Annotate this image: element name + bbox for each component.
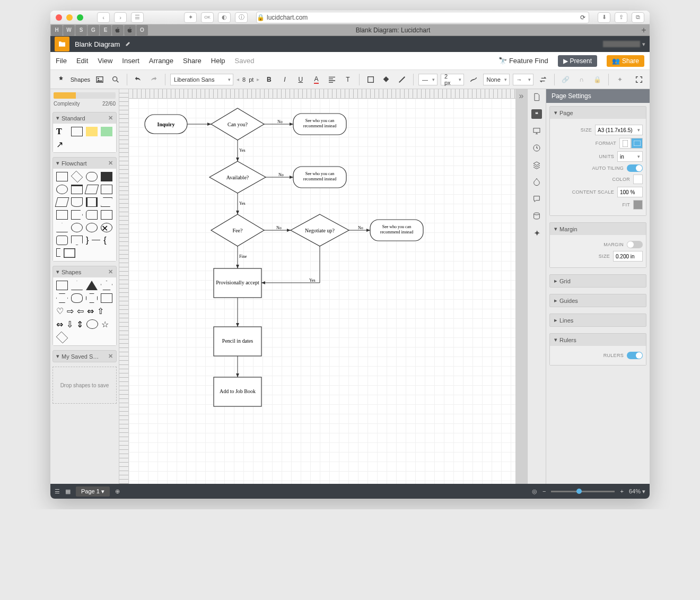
share-button[interactable]: 👥Share bbox=[607, 55, 644, 67]
mac-close[interactable] bbox=[56, 14, 62, 21]
shape-s-7[interactable] bbox=[101, 293, 112, 303]
ext-3[interactable]: ◐ bbox=[218, 12, 231, 23]
page-color[interactable] bbox=[633, 175, 643, 184]
shape-s-star[interactable]: ☆ bbox=[101, 319, 109, 329]
section-rulers-header[interactable]: ▾ Rulers bbox=[550, 334, 646, 346]
line-width-select[interactable]: 2 px bbox=[441, 74, 464, 85]
shape-s-diamond[interactable] bbox=[56, 332, 68, 344]
shape-fc-15[interactable] bbox=[86, 210, 98, 220]
arrow-end-select[interactable]: → bbox=[513, 74, 534, 85]
bold-icon[interactable]: B bbox=[262, 73, 275, 86]
section-margin-header[interactable]: ▾ Margin bbox=[550, 223, 646, 235]
theme-icon[interactable] bbox=[532, 177, 541, 187]
shape-s-rect[interactable] bbox=[56, 281, 68, 290]
shape-fc-24[interactable] bbox=[92, 240, 100, 245]
margin-toggle[interactable] bbox=[627, 241, 643, 248]
shape-fc-2[interactable] bbox=[71, 171, 83, 183]
arrow-start-select[interactable]: None bbox=[483, 74, 510, 85]
undo-icon[interactable] bbox=[132, 73, 145, 86]
menu-view[interactable]: View bbox=[98, 57, 112, 65]
shape-s-pent[interactable] bbox=[101, 281, 112, 290]
menu-file[interactable]: File bbox=[56, 57, 67, 65]
ext-2[interactable]: OK bbox=[201, 12, 214, 23]
rulers-toggle[interactable] bbox=[627, 352, 643, 359]
group-standard-header[interactable]: ▾ Standard✕ bbox=[53, 112, 116, 124]
shape-rect[interactable] bbox=[71, 127, 83, 136]
shape-s-oct[interactable] bbox=[71, 293, 83, 303]
shape-fc-19[interactable] bbox=[86, 223, 98, 232]
content-scale-input[interactable] bbox=[617, 187, 643, 197]
add-page-icon[interactable]: ⊕ bbox=[115, 488, 120, 495]
menu-insert[interactable]: Insert bbox=[122, 57, 139, 65]
fav-s[interactable]: S bbox=[75, 25, 87, 36]
shape-fc-9[interactable] bbox=[55, 197, 69, 207]
shape-s-circ[interactable] bbox=[86, 319, 98, 329]
shape-s-arrl[interactable]: ⇦ bbox=[77, 306, 84, 316]
doc-name[interactable]: Blank Diagram bbox=[75, 40, 120, 48]
group-saved-header[interactable]: ▾ My Saved S…✕ bbox=[53, 351, 116, 362]
target-icon[interactable]: ◎ bbox=[532, 488, 537, 495]
shape-s-rtri[interactable] bbox=[86, 281, 98, 290]
history-icon[interactable] bbox=[532, 143, 541, 153]
feature-find[interactable]: 🔭Feature Find bbox=[498, 57, 548, 65]
section-lines-header[interactable]: ▸ Lines bbox=[550, 314, 646, 326]
text-vert-icon[interactable]: T bbox=[342, 73, 354, 86]
shape-fc-14[interactable] bbox=[71, 210, 83, 220]
shape-fc-1[interactable] bbox=[56, 172, 68, 181]
lock-icon[interactable]: 🔒 bbox=[591, 73, 604, 86]
page-size-select[interactable]: A3 (11.7x16.5) bbox=[595, 125, 643, 135]
shape-fc-11[interactable] bbox=[86, 197, 98, 207]
section-page-header[interactable]: ▾ Page bbox=[550, 107, 646, 119]
line-color-icon[interactable] bbox=[396, 73, 408, 86]
underline-icon[interactable]: U bbox=[294, 73, 307, 86]
shape-s-arrd[interactable]: ⇩ bbox=[66, 319, 73, 329]
fav-apple-2[interactable] bbox=[124, 25, 136, 36]
units-select[interactable]: in bbox=[617, 151, 643, 162]
search-icon[interactable] bbox=[109, 73, 122, 86]
shape-fc-23[interactable]: } bbox=[86, 236, 89, 245]
fav-h[interactable]: H bbox=[51, 25, 63, 36]
browser-tab-title[interactable]: Blank Diagram: Lucidchart bbox=[148, 27, 638, 34]
shape-s-arru[interactable]: ⇧ bbox=[97, 306, 104, 316]
fav-o[interactable]: O bbox=[136, 25, 148, 36]
canvas[interactable]: Inquiry Can you? See who you can recomme… bbox=[129, 99, 515, 484]
portrait-btn[interactable] bbox=[619, 138, 631, 149]
share-icon[interactable]: ⇪ bbox=[615, 12, 627, 23]
shape-fc-8[interactable] bbox=[101, 185, 112, 194]
menu-edit[interactable]: Edit bbox=[76, 57, 88, 65]
image-icon[interactable] bbox=[93, 73, 106, 86]
tabs-icon[interactable]: ⧉ bbox=[632, 12, 644, 23]
shape-fc-22[interactable] bbox=[71, 236, 83, 245]
magnet-icon[interactable]: ∩ bbox=[575, 73, 588, 86]
italic-icon[interactable]: I bbox=[278, 73, 291, 86]
font-select[interactable]: Liberation Sans bbox=[170, 74, 233, 85]
shape-s-arrud[interactable]: ⇕ bbox=[76, 319, 83, 329]
magic-icon[interactable]: ✦ bbox=[532, 228, 541, 238]
menu-arrange[interactable]: Arrange bbox=[149, 57, 173, 65]
shape-green[interactable] bbox=[101, 127, 112, 136]
nav-sidebar[interactable]: ☰ bbox=[131, 12, 144, 23]
fav-g[interactable]: G bbox=[88, 25, 99, 36]
shape-fc-18[interactable] bbox=[71, 223, 83, 232]
group-shapes-header[interactable]: ▾ Shapes✕ bbox=[53, 266, 116, 277]
shape-fc-10[interactable] bbox=[71, 197, 83, 207]
zoom-out-icon[interactable]: − bbox=[542, 488, 546, 494]
shape-s-arrlr2[interactable]: ⇔ bbox=[56, 319, 63, 329]
shape-fc-27[interactable] bbox=[64, 248, 75, 258]
url-bar[interactable]: 🔒 lucidchart.com ⟳ bbox=[256, 12, 589, 23]
reload-icon[interactable]: ⟳ bbox=[580, 14, 585, 21]
shape-fc-5[interactable] bbox=[56, 185, 68, 194]
shape-note[interactable] bbox=[86, 127, 98, 136]
line-style-select[interactable]: — bbox=[418, 74, 438, 85]
shape-fc-6[interactable] bbox=[71, 185, 83, 194]
shape-s-tri[interactable] bbox=[71, 281, 83, 290]
margin-size-input[interactable] bbox=[613, 251, 643, 262]
saved-shapes-drop[interactable]: Drop shapes to save bbox=[52, 367, 117, 404]
fav-w[interactable]: W bbox=[63, 25, 75, 36]
close-icon[interactable]: ✕ bbox=[108, 353, 113, 360]
mac-max[interactable] bbox=[77, 14, 83, 21]
shape-fc-21[interactable] bbox=[56, 236, 68, 245]
page-tab[interactable]: Page 1 ▾ bbox=[76, 486, 110, 497]
link-icon[interactable]: 🔗 bbox=[559, 73, 572, 86]
zoom-in-icon[interactable]: + bbox=[620, 488, 623, 494]
